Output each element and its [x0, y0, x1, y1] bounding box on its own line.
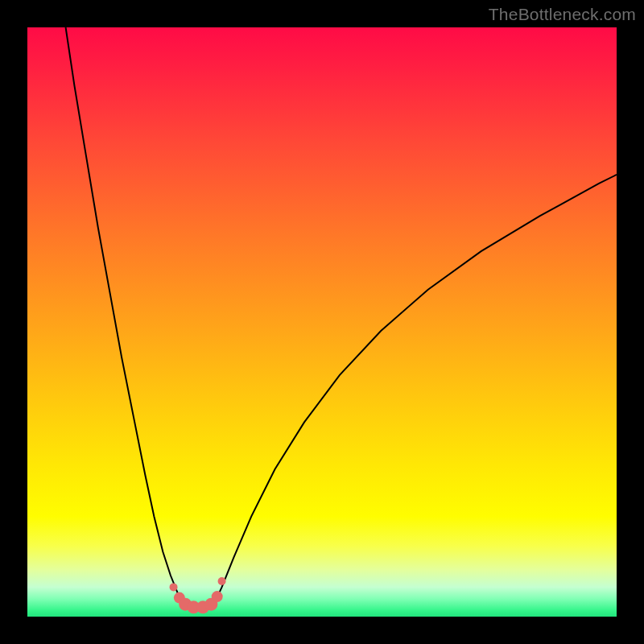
valley-marker [212, 591, 223, 602]
curve-layer [27, 27, 617, 617]
bottleneck-curve [66, 27, 617, 609]
valley-marker [218, 577, 226, 585]
chart-frame: TheBottleneck.com [0, 0, 644, 644]
valley-marker [170, 583, 178, 591]
watermark-text: TheBottleneck.com [489, 5, 636, 24]
valley-marker-group [170, 577, 226, 613]
plot-area [27, 27, 617, 617]
